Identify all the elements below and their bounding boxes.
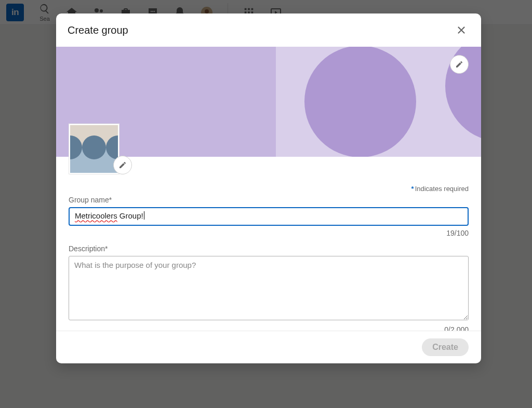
edit-cover-button[interactable] [450,55,469,74]
pencil-icon [455,60,463,69]
close-icon [456,24,467,36]
cover-banner [56,47,481,157]
close-button[interactable] [453,22,470,38]
modal-body: *Indicates required Group name* Metricoo… [56,47,481,331]
group-name-value-misspelled: Metricoolers [75,211,117,220]
create-button[interactable]: Create [422,338,469,356]
required-indicator: *Indicates required [69,185,469,193]
edit-logo-button[interactable] [113,156,132,174]
description-label: Description* [69,244,469,253]
required-note-text: Indicates required [415,185,469,193]
group-name-input[interactable]: Metricoolers Group! [69,207,469,226]
group-name-counter: 19/100 [69,229,469,237]
modal-header: Create group [56,13,481,47]
create-group-modal: Create group [56,13,481,363]
group-logo-placeholder [69,124,119,174]
group-name-value-suffix: Group! [117,211,143,220]
group-name-label: Group name* [69,196,469,204]
pencil-icon [118,161,127,169]
modal-footer: Create [56,331,481,363]
form-area: *Indicates required Group name* Metricoo… [56,157,481,331]
description-counter: 0/2,000 [69,325,469,331]
modal-title: Create group [68,24,128,36]
decorative-circle [304,47,416,157]
group-logo-area [69,124,119,174]
description-input[interactable] [69,256,469,320]
